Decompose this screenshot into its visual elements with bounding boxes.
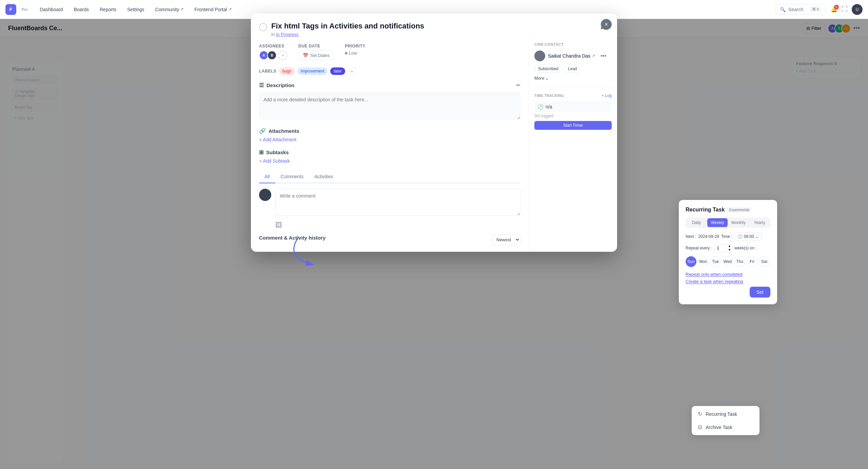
recurring-task-menu-item[interactable]: ↻ Recurring Task [693, 407, 758, 421]
task-status-label: in In Progress [271, 32, 595, 37]
set-button-row: Set [686, 287, 770, 298]
description-input[interactable] [259, 93, 520, 120]
divider [534, 87, 612, 88]
subtask-icon: ⊞ [259, 149, 263, 156]
crm-section: CRM CONTACT Saikat Chandra Das ↗ ••• Sub… [534, 42, 612, 81]
task-modal: Fix html Tags in Activities and notifica… [251, 14, 617, 252]
crm-contact-avatar [534, 50, 545, 61]
day-wed[interactable]: Wed [722, 256, 733, 267]
edit-description-button[interactable]: ✏ [516, 82, 520, 88]
time-picker[interactable]: 🕐 09:00 ⌄ [734, 232, 762, 241]
due-date-label: Due Date [298, 44, 334, 48]
day-mon[interactable]: Mon [698, 256, 709, 267]
plan-badge: Pro [22, 7, 27, 12]
set-recurring-button[interactable]: Set [750, 287, 770, 298]
label-later[interactable]: later [330, 67, 345, 75]
task-title[interactable]: Fix html Tags in Activities and notifica… [271, 22, 595, 30]
crm-more-link[interactable]: More ⌄ [534, 76, 612, 81]
attachments-section: 🔗 Attachments + Add Attachment [259, 128, 520, 142]
app-logo[interactable]: F [5, 4, 16, 15]
freq-yearly[interactable]: Yearly [749, 218, 770, 227]
label-improvement[interactable]: improvement [297, 67, 328, 75]
repeat-input-wrapper: ▲ ▼ [714, 244, 732, 252]
time-value: 🕐 n/a [534, 101, 612, 112]
set-dates-button[interactable]: 📅 Set Dates [298, 50, 334, 60]
repeat-only-when-completed[interactable]: Repeat only when completed [686, 272, 770, 277]
crm-contact-name[interactable]: Saikat Chandra Das ↗ [548, 53, 595, 59]
context-menu: ↻ Recurring Task ⊟ Archive Task [692, 406, 760, 435]
description-header: ☰ Description ✏ [259, 82, 520, 88]
nav-boards[interactable]: Boards [70, 5, 93, 14]
nav-dashboard[interactable]: Dashboard [36, 5, 67, 14]
time-tracking-title: TIME TRACKING [534, 94, 564, 98]
expand-icon[interactable]: ⛶ [842, 6, 848, 13]
modal-left-panel: Assignees A B + Due Date 📅 Set Dates Pr [251, 37, 529, 252]
comment-row [259, 189, 520, 216]
priority-field: Priority Low [345, 44, 366, 60]
nav-community[interactable]: Community ↗ [151, 5, 188, 14]
assignees-label: Assignees [259, 44, 288, 48]
status-link[interactable]: In Progress [276, 32, 298, 37]
comment-history-title: Comment & Activity history [259, 235, 326, 241]
crm-more-button[interactable]: ••• [600, 53, 606, 59]
day-fri[interactable]: Fri [747, 256, 757, 267]
task-status-checkbox[interactable] [259, 23, 267, 31]
day-sun[interactable]: Sun [686, 256, 696, 267]
time-logged: 0m logged [534, 114, 612, 118]
tab-activities[interactable]: Activities [309, 170, 338, 183]
archive-task-menu-item[interactable]: ⊟ Archive Task [693, 421, 758, 434]
start-timer-button[interactable]: Start Timer [534, 121, 612, 130]
freq-monthly[interactable]: Monthly [728, 218, 749, 227]
fields-row: Assignees A B + Due Date 📅 Set Dates Pr [259, 44, 520, 60]
add-subtask-button[interactable]: + Add Subtask [259, 158, 520, 164]
crm-title: CRM CONTACT [534, 42, 612, 46]
repeat-unit-label: week(s) on : [734, 246, 756, 250]
label-bugs[interactable]: bugs [279, 67, 295, 75]
labels-row: Labels bugs improvement later + [259, 67, 520, 75]
search-icon: 🔍 [780, 7, 786, 12]
freq-weekly[interactable]: Weekly [707, 218, 728, 227]
external-link-icon: ↗ [592, 54, 595, 58]
repeat-increment[interactable]: ▲ [727, 244, 732, 248]
repeat-label: Repeat every : [686, 246, 712, 250]
image-attachment-icon[interactable]: 🖼 [275, 221, 520, 229]
add-assignee-button[interactable]: + [278, 50, 288, 60]
log-time-button[interactable]: + Log [601, 93, 612, 98]
user-avatar[interactable]: U [852, 4, 863, 15]
day-sat[interactable]: Sat [759, 256, 770, 267]
notification-count: 8 [834, 5, 839, 9]
commenter-avatar [259, 189, 271, 201]
day-tue[interactable]: Tue [710, 256, 721, 267]
nav-frontend-portal[interactable]: Frontend Portal ↗ [190, 5, 236, 14]
experimental-badge: Experimental [727, 207, 751, 212]
notifications-bell[interactable]: 🔔 8 [831, 6, 837, 13]
comment-input[interactable] [275, 189, 520, 216]
repeat-decrement[interactable]: ▼ [727, 248, 732, 252]
repeat-row: Repeat every : ▲ ▼ week(s) on : [686, 244, 770, 252]
nav-reports[interactable]: Reports [96, 5, 120, 14]
frequency-tabs: Daily Weekly Monthly Yearly [686, 218, 770, 228]
repeat-count-input[interactable] [714, 245, 727, 251]
search-bar[interactable]: 🔍 Search ⌘ k [775, 4, 825, 15]
time-value: 09:00 [744, 234, 754, 239]
tab-comments[interactable]: Comments [275, 170, 309, 183]
create-task-when-repeating[interactable]: Create a task when repeating [686, 279, 770, 284]
time-chevron-icon: ⌄ [755, 234, 759, 239]
freq-daily[interactable]: Daily [686, 218, 707, 227]
nav-settings[interactable]: Settings [123, 5, 149, 14]
priority-value[interactable]: Low [345, 50, 366, 56]
add-attachment-button[interactable]: + Add Attachment [259, 137, 520, 142]
assignee-2[interactable]: B [267, 50, 277, 60]
tabs-row: All Comments Activities [259, 170, 520, 183]
description-title: ☰ Description [259, 82, 295, 88]
day-thu[interactable]: Thu [734, 256, 745, 267]
tag-lead[interactable]: Lead [564, 65, 581, 73]
archive-task-label: Archive Task [706, 425, 732, 430]
tag-subscribed[interactable]: Subscribed [534, 65, 562, 73]
task-title-area: Fix html Tags in Activities and notifica… [271, 22, 595, 37]
tab-all[interactable]: All [259, 170, 275, 183]
next-date-row: Next : 2024-09-29 Time : 🕐 09:00 ⌄ [686, 232, 770, 241]
modal-close-button[interactable]: × [601, 19, 612, 30]
sort-select[interactable]: Newest Oldest [491, 234, 520, 245]
add-label-button[interactable]: + [348, 67, 356, 75]
